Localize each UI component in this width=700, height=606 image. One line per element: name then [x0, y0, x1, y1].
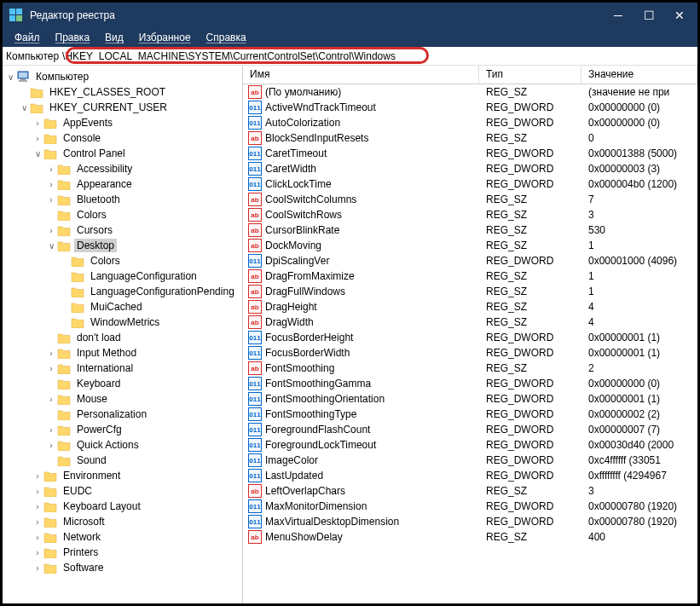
- string-icon: ab: [248, 361, 262, 375]
- value-row[interactable]: abFontSmoothingREG_SZ2: [243, 361, 697, 376]
- value-row[interactable]: abCursorBlinkRateREG_SZ530: [243, 222, 697, 238]
- tree-item[interactable]: MuiCached: [4, 299, 242, 315]
- list-body[interactable]: ab(По умолчанию)REG_SZ(значение не при01…: [243, 84, 697, 603]
- value-row[interactable]: 011ForegroundLockTimeoutREG_DWORD0x00030…: [243, 437, 697, 453]
- value-row[interactable]: 011AutoColorizationREG_DWORD0x00000000 (…: [243, 115, 697, 130]
- tree-item[interactable]: ›Keyboard Layout: [4, 499, 242, 514]
- menu-view[interactable]: Вид: [98, 30, 130, 45]
- tree-item[interactable]: ›Input Method: [4, 345, 242, 361]
- svg-rect-1: [19, 72, 27, 78]
- tree-item[interactable]: HKEY_CLASSES_ROOT: [4, 84, 242, 100]
- tree-item[interactable]: ›Quick Actions: [4, 437, 242, 453]
- string-icon: ab: [248, 85, 262, 99]
- value-row[interactable]: abDragFullWindowsREG_SZ1: [243, 284, 697, 299]
- value-row[interactable]: 011FontSmoothingGammaREG_DWORD0x00000000…: [243, 376, 697, 391]
- dword-icon: 011: [248, 377, 262, 390]
- svg-rect-2: [20, 79, 26, 80]
- tree-item[interactable]: Colors: [4, 253, 242, 268]
- string-icon: ab: [248, 484, 262, 498]
- maximize-button[interactable]: ☐: [641, 8, 657, 23]
- value-row[interactable]: abCoolSwitchRowsREG_SZ3: [243, 207, 697, 222]
- menu-edit[interactable]: Правка: [49, 30, 97, 45]
- tree-item[interactable]: ›AppEvents: [4, 115, 242, 130]
- tree-item[interactable]: Personalization: [4, 407, 242, 422]
- tree-item[interactable]: ›Console: [4, 130, 242, 146]
- string-icon: ab: [248, 269, 262, 283]
- value-row[interactable]: 011FocusBorderWidthREG_DWORD0x00000001 (…: [243, 345, 697, 361]
- column-value[interactable]: Значение: [581, 66, 697, 84]
- tree-item[interactable]: ∨HKEY_CURRENT_USER: [4, 100, 242, 115]
- value-row[interactable]: abLeftOverlapCharsREG_SZ3: [243, 483, 697, 499]
- close-button[interactable]: ✕: [672, 8, 687, 23]
- value-row[interactable]: 011CaretWidthREG_DWORD0x00000003 (3): [243, 161, 697, 176]
- tree-item[interactable]: ∨Desktop: [4, 238, 242, 253]
- value-row[interactable]: 011DpiScalingVerREG_DWORD0x00001000 (409…: [243, 253, 697, 268]
- value-row[interactable]: abMenuShowDelayREG_SZ400: [243, 529, 697, 545]
- value-row[interactable]: abDragFromMaximizeREG_SZ1: [243, 268, 697, 284]
- menu-file[interactable]: Файл: [8, 30, 47, 45]
- dword-icon: 011: [248, 499, 262, 513]
- tree-item[interactable]: ›Environment: [4, 468, 242, 483]
- tree-item[interactable]: ›Microsoft: [4, 514, 242, 529]
- tree-item[interactable]: ›Cursors: [4, 222, 242, 238]
- list-header[interactable]: Имя Тип Значение: [243, 66, 697, 84]
- value-row[interactable]: abDragHeightREG_SZ4: [243, 299, 697, 315]
- titlebar: Редактор реестра ─ ☐ ✕: [3, 3, 697, 28]
- tree-item[interactable]: LanguageConfigurationPending: [4, 284, 242, 299]
- registry-tree[interactable]: ∨КомпьютерHKEY_CLASSES_ROOT∨HKEY_CURRENT…: [3, 66, 243, 603]
- tree-root[interactable]: ∨Компьютер: [4, 69, 242, 84]
- app-icon: [9, 9, 23, 22]
- value-row[interactable]: abDragWidthREG_SZ4: [243, 315, 697, 330]
- value-row[interactable]: 011ActiveWndTrackTimeoutREG_DWORD0x00000…: [243, 100, 697, 115]
- menu-help[interactable]: Справка: [200, 30, 253, 45]
- tree-item[interactable]: ›Bluetooth: [4, 192, 242, 207]
- value-row[interactable]: 011CaretTimeoutREG_DWORD0x00001388 (5000…: [243, 146, 697, 161]
- address-input[interactable]: [59, 49, 694, 64]
- value-row[interactable]: 011LastUpdatedREG_DWORD0xffffffff (42949…: [243, 468, 697, 483]
- dword-icon: 011: [248, 453, 262, 467]
- address-bar: Компьютер: [3, 47, 697, 66]
- tree-item[interactable]: don't load: [4, 330, 242, 345]
- tree-item[interactable]: ›EUDC: [4, 483, 242, 499]
- tree-item[interactable]: ›Mouse: [4, 391, 242, 407]
- dword-icon: 011: [248, 331, 262, 344]
- tree-item[interactable]: ›Software: [4, 560, 242, 575]
- tree-item[interactable]: ›Network: [4, 529, 242, 545]
- value-row[interactable]: abBlockSendInputResetsREG_SZ0: [243, 130, 697, 146]
- column-name[interactable]: Имя: [243, 66, 479, 84]
- tree-item[interactable]: WindowMetrics: [4, 315, 242, 330]
- string-icon: ab: [248, 285, 262, 298]
- tree-item[interactable]: ›Printers: [4, 545, 242, 560]
- column-type[interactable]: Тип: [479, 66, 581, 84]
- minimize-button[interactable]: ─: [610, 8, 626, 23]
- tree-item[interactable]: Colors: [4, 207, 242, 222]
- tree-item[interactable]: ›Accessibility: [4, 161, 242, 176]
- string-icon: ab: [248, 193, 262, 206]
- tree-item[interactable]: Keyboard: [4, 376, 242, 391]
- string-icon: ab: [248, 300, 262, 314]
- string-icon: ab: [248, 208, 262, 222]
- tree-item[interactable]: Sound: [4, 453, 242, 468]
- menu-favorites[interactable]: Избранное: [132, 30, 198, 45]
- tree-item[interactable]: ›PowerCfg: [4, 422, 242, 437]
- address-label: Компьютер: [6, 50, 59, 62]
- value-row[interactable]: abDockMovingREG_SZ1: [243, 238, 697, 253]
- value-row[interactable]: 011FontSmoothingOrientationREG_DWORD0x00…: [243, 391, 697, 407]
- value-row[interactable]: 011FontSmoothingTypeREG_DWORD0x00000002 …: [243, 407, 697, 422]
- tree-item[interactable]: ∨Control Panel: [4, 146, 242, 161]
- value-row[interactable]: ab(По умолчанию)REG_SZ(значение не при: [243, 84, 697, 100]
- value-row[interactable]: 011ImageColorREG_DWORD0xc4ffffff (33051: [243, 453, 697, 468]
- value-row[interactable]: 011ForegroundFlashCountREG_DWORD0x000000…: [243, 422, 697, 437]
- tree-item[interactable]: LanguageConfiguration: [4, 268, 242, 284]
- dword-icon: 011: [248, 101, 262, 114]
- string-icon: ab: [248, 530, 262, 544]
- string-icon: ab: [248, 131, 262, 145]
- value-row[interactable]: abCoolSwitchColumnsREG_SZ7: [243, 192, 697, 207]
- tree-item[interactable]: ›International: [4, 361, 242, 376]
- tree-item[interactable]: ›Appearance: [4, 176, 242, 192]
- dword-icon: 011: [248, 177, 262, 191]
- value-row[interactable]: 011MaxMonitorDimensionREG_DWORD0x0000078…: [243, 499, 697, 514]
- value-row[interactable]: 011ClickLockTimeREG_DWORD0x000004b0 (120…: [243, 176, 697, 192]
- value-row[interactable]: 011MaxVirtualDesktopDimensionREG_DWORD0x…: [243, 514, 697, 529]
- value-row[interactable]: 011FocusBorderHeightREG_DWORD0x00000001 …: [243, 330, 697, 345]
